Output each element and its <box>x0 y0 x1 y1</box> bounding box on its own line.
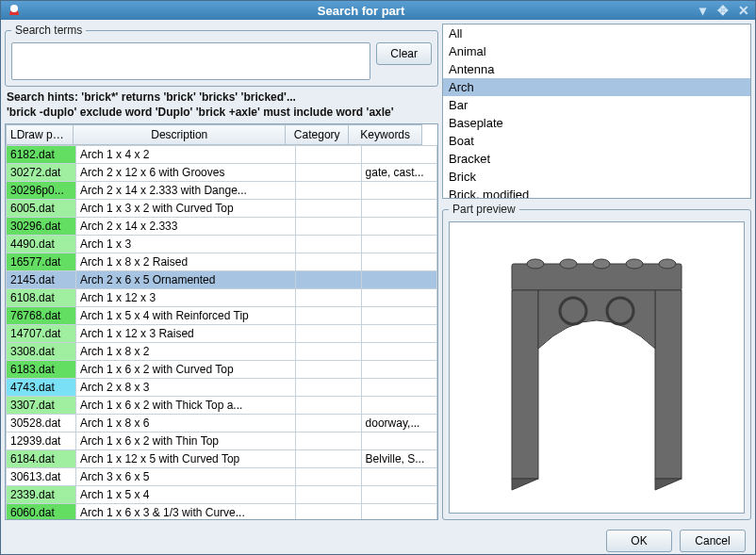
cell-part: 6184.dat <box>7 450 76 468</box>
table-row[interactable]: 12939.datArch 1 x 6 x 2 with Thin Top <box>7 433 437 450</box>
cell-category <box>295 397 361 415</box>
table-row[interactable]: 6182.datArch 1 x 4 x 2 <box>7 146 437 164</box>
ok-button[interactable]: OK <box>606 530 672 552</box>
cell-keywords <box>361 307 436 325</box>
cell-category <box>295 146 361 164</box>
cell-category <box>295 271 361 289</box>
category-item[interactable]: Antenna <box>443 60 750 78</box>
table-row[interactable]: 30296p0...Arch 2 x 14 x 2.333 with Dange… <box>7 182 437 200</box>
category-item[interactable]: Bracket <box>443 150 750 168</box>
clear-button[interactable]: Clear <box>376 42 432 65</box>
cell-description: Arch 3 x 6 x 5 <box>76 468 296 486</box>
cell-keywords <box>361 182 436 200</box>
table-row[interactable]: 30272.datArch 2 x 12 x 6 with Groovesgat… <box>7 164 437 182</box>
category-item[interactable]: Brick <box>443 168 750 186</box>
svg-point-3 <box>560 259 577 269</box>
cell-part: 6183.dat <box>7 361 76 379</box>
cell-category <box>295 468 361 486</box>
table-row[interactable]: 2145.datArch 2 x 6 x 5 Ornamented <box>7 271 437 289</box>
cell-description: Arch 1 x 3 <box>76 236 296 253</box>
cell-description: Arch 1 x 6 x 3 & 1/3 with Curve... <box>76 504 296 519</box>
category-item[interactable]: All <box>443 24 750 42</box>
table-row[interactable]: 16577.datArch 1 x 8 x 2 Raised <box>7 253 437 271</box>
search-input[interactable] <box>11 42 370 80</box>
cell-description: Arch 1 x 8 x 2 Raised <box>76 253 296 271</box>
cell-category <box>295 218 361 236</box>
svg-point-5 <box>626 259 643 269</box>
category-item[interactable]: Bar <box>443 96 750 114</box>
cell-keywords <box>361 146 436 164</box>
cell-part: 6182.dat <box>7 146 76 164</box>
cell-description: Arch 1 x 4 x 2 <box>76 146 296 164</box>
hint-line-2: 'brick -duplo' exclude word 'Duplo' 'bri… <box>7 106 436 121</box>
cell-part: 30296.dat <box>7 218 76 236</box>
window-buttons: ▾ ✥ ✕ <box>695 3 751 18</box>
cell-category <box>295 504 361 519</box>
table-row[interactable]: 6184.datArch 1 x 12 x 5 with Curved TopB… <box>7 450 437 468</box>
cell-keywords <box>361 200 436 218</box>
cell-part: 30272.dat <box>7 164 76 182</box>
category-item[interactable]: Animal <box>443 42 750 60</box>
cell-category <box>295 450 361 468</box>
cell-keywords <box>361 289 436 307</box>
col-ldraw[interactable]: LDraw par... <box>7 125 74 145</box>
table-row[interactable]: 6060.datArch 1 x 6 x 3 & 1/3 with Curve.… <box>7 504 437 519</box>
search-terms-group: Search terms Clear <box>5 24 438 87</box>
cell-category <box>295 325 361 343</box>
cell-category <box>295 379 361 397</box>
cell-keywords: Belville, S... <box>361 450 436 468</box>
table-row[interactable]: 6005.datArch 1 x 3 x 2 with Curved Top <box>7 200 437 218</box>
category-list[interactable]: AllAnimalAntennaArchBarBaseplateBoatBrac… <box>442 24 751 199</box>
cell-keywords <box>361 325 436 343</box>
table-row[interactable]: 4743.datArch 2 x 8 x 3 <box>7 379 437 397</box>
cell-description: Arch 1 x 6 x 2 with Curved Top <box>76 361 296 379</box>
cell-category <box>295 253 361 271</box>
svg-point-4 <box>593 259 610 269</box>
minimize-icon[interactable]: ▾ <box>695 3 710 18</box>
cancel-button[interactable]: Cancel <box>680 530 746 552</box>
cell-keywords <box>361 468 436 486</box>
cell-part: 30296p0... <box>7 182 76 200</box>
table-header-row: LDraw par... Description Category Keywor… <box>7 125 422 145</box>
table-row[interactable]: 6183.datArch 1 x 6 x 2 with Curved Top <box>7 361 437 379</box>
col-category[interactable]: Category <box>286 125 349 145</box>
cell-description: Arch 2 x 14 x 2.333 with Dange... <box>76 182 296 200</box>
cell-part: 6108.dat <box>7 289 76 307</box>
category-item[interactable]: Arch <box>443 78 750 96</box>
maximize-icon[interactable]: ✥ <box>715 3 731 18</box>
table-row[interactable]: 76768.datArch 1 x 5 x 4 with Reinforced … <box>7 307 437 325</box>
app-icon <box>5 1 24 20</box>
cell-description: Arch 1 x 8 x 2 <box>76 343 296 361</box>
category-item[interactable]: Baseplate <box>443 114 750 132</box>
search-legend: Search terms <box>11 24 86 37</box>
table-row[interactable]: 3308.datArch 1 x 8 x 2 <box>7 343 437 361</box>
col-keywords[interactable]: Keywords <box>349 125 422 145</box>
dialog-window: Search for part ▾ ✥ ✕ Search terms Clear… <box>0 0 756 555</box>
cell-keywords <box>361 361 436 379</box>
table-row[interactable]: 30613.datArch 3 x 6 x 5 <box>7 468 437 486</box>
cell-category <box>295 415 361 433</box>
category-item[interactable]: Brick, modified <box>443 186 750 199</box>
cell-part: 16577.dat <box>7 253 76 271</box>
table-row[interactable]: 4490.datArch 1 x 3 <box>7 236 437 253</box>
category-item[interactable]: Boat <box>443 132 750 150</box>
cell-description: Arch 1 x 12 x 3 <box>76 289 296 307</box>
table-row[interactable]: 6108.datArch 1 x 12 x 3 <box>7 289 437 307</box>
cell-description: Arch 2 x 14 x 2.333 <box>76 218 296 236</box>
cell-category <box>295 307 361 325</box>
cell-part: 12939.dat <box>7 433 76 450</box>
table-row[interactable]: 14707.datArch 1 x 12 x 3 Raised <box>7 325 437 343</box>
table-row[interactable]: 3307.datArch 1 x 6 x 2 with Thick Top a.… <box>7 397 437 415</box>
col-description[interactable]: Description <box>74 125 286 145</box>
cell-category <box>295 433 361 450</box>
table-row[interactable]: 2339.datArch 1 x 5 x 4 <box>7 486 437 504</box>
cell-part: 76768.dat <box>7 307 76 325</box>
cell-part: 6060.dat <box>7 504 76 519</box>
table-row[interactable]: 30296.datArch 2 x 14 x 2.333 <box>7 218 437 236</box>
cell-keywords <box>361 253 436 271</box>
table-row[interactable]: 30528.datArch 1 x 8 x 6doorway,... <box>7 415 437 433</box>
cell-keywords <box>361 271 436 289</box>
titlebar[interactable]: Search for part ▾ ✥ ✕ <box>1 1 755 20</box>
svg-point-0 <box>10 5 18 12</box>
close-icon[interactable]: ✕ <box>736 3 751 18</box>
